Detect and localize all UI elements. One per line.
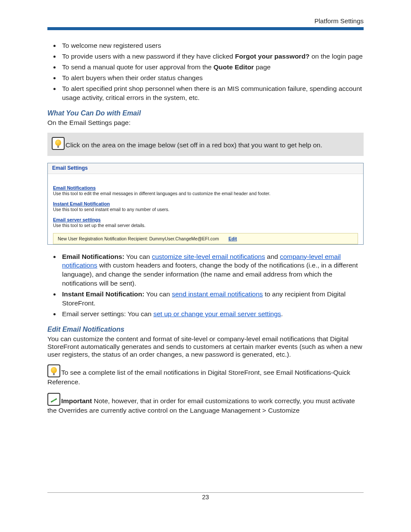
text: You can [125, 253, 152, 260]
list-item: Instant Email Notification: You can send… [60, 290, 364, 308]
email-server-settings-link[interactable]: Email server settings [53, 217, 101, 222]
heading-edit-email-notifications: Edit Email Notifications [47, 326, 364, 333]
page-footer: 23 [47, 492, 364, 501]
lightbulb-icon [52, 137, 65, 150]
text: To alert buyers when their order status … [62, 74, 203, 81]
email-panel-title: Email Settings [48, 163, 363, 174]
text: To welcome new registered users [62, 42, 161, 49]
section2-para: You can customize the content and format… [47, 335, 364, 358]
email-notifications-desc: Use this tool to edit the email messages… [53, 191, 358, 196]
text-bold: Quote Editor [214, 63, 254, 71]
new-user-recipient-bar: New User Registration Notification Recip… [53, 233, 358, 244]
list-item: To alert buyers when their order status … [60, 74, 364, 83]
tip-text-2: To see a complete list of the email noti… [47, 369, 350, 386]
tip-callout: Click on the area on the image below (se… [47, 133, 364, 156]
tip-paragraph: To see a complete list of the email noti… [47, 364, 364, 387]
page-number: 23 [202, 494, 209, 501]
important-text: Note, however, that in order for email c… [47, 397, 355, 414]
list-item: Email server settings: You can set up or… [60, 310, 364, 319]
lightbulb-icon [47, 364, 60, 377]
send-instant-email-link[interactable]: send instant email notifications [172, 290, 263, 298]
section1-intro: On the Email Settings page: [47, 119, 364, 127]
recipient-text: New User Registration Notification Recip… [58, 236, 219, 241]
email-settings-panel: Email Settings Email Notifications Use t… [47, 163, 364, 245]
text: You can [144, 290, 172, 298]
list-item: To send a manual quote for user approval… [60, 63, 364, 72]
email-server-settings-body-link[interactable]: set up or change your email server setti… [153, 310, 281, 317]
customize-site-level-link[interactable]: customize site-level email notifications [152, 253, 265, 260]
instant-email-desc: Use this tool to send instant email to a… [53, 207, 358, 212]
header-rule [47, 27, 364, 30]
text: To send a manual quote for user approval… [62, 63, 214, 71]
list-item: Email Notifications: You can customize s… [60, 252, 364, 289]
email-notifications-link[interactable]: Email Notifications [53, 185, 96, 190]
text: To alert specified print shop personnel … [62, 85, 362, 101]
text: . [281, 310, 283, 317]
text-bold: Email Notifications: [62, 253, 125, 260]
intro-bullet-list: To welcome new registered users To provi… [47, 41, 364, 103]
text: on the login page [310, 53, 363, 60]
text: Email server settings: You can [62, 310, 153, 317]
text: page [254, 63, 271, 71]
text: To provide users with a new password if … [62, 53, 235, 60]
important-label: Important [61, 397, 92, 404]
list-item: To welcome new registered users [60, 41, 364, 50]
text: and [265, 253, 280, 260]
text-bold: Forgot your password? [235, 53, 309, 60]
email-server-settings-desc: Use this tool to set up the email server… [53, 223, 358, 228]
tip-text: Click on the area on the image below (se… [65, 141, 322, 149]
heading-what-you-can-do: What You Can Do with Email [47, 109, 364, 117]
page-header-title: Platform Settings [47, 17, 364, 27]
text: with custom headers and footers, change … [62, 261, 358, 287]
list-item: To alert specified print shop personnel … [60, 84, 364, 103]
instant-email-link[interactable]: Instant Email Notification [53, 201, 110, 206]
after-panel-bullets: Email Notifications: You can customize s… [47, 252, 364, 319]
text-bold: Instant Email Notification: [62, 290, 144, 298]
edit-recipient-link[interactable]: Edit [228, 236, 237, 241]
pencil-icon [47, 393, 60, 406]
important-paragraph: Important Note, however, that in order f… [47, 393, 364, 415]
list-item: To provide users with a new password if … [60, 52, 364, 61]
